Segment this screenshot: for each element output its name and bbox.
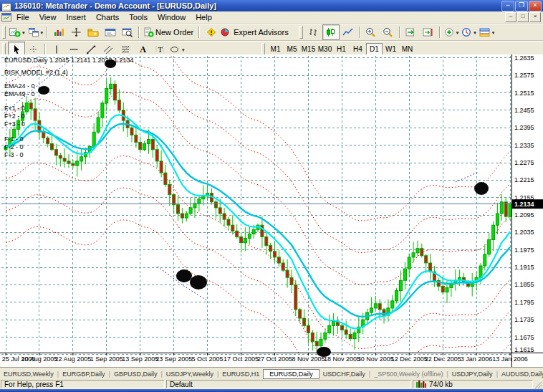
svg-text:17 Oct 2005: 17 Oct 2005	[224, 355, 259, 363]
svg-text:30 Nov 2005: 30 Nov 2005	[357, 355, 394, 363]
line-chart-button[interactable]	[340, 24, 357, 40]
navigator-button[interactable]	[85, 24, 102, 40]
svg-text:23 Sep 2005: 23 Sep 2005	[155, 355, 192, 363]
minimize-button[interactable]: –	[501, 1, 514, 11]
templates-button[interactable]: ▾	[478, 24, 496, 40]
menu-item-tools[interactable]: Tools	[124, 12, 153, 22]
taskbar-strip	[0, 389, 543, 392]
toolbar-separator	[44, 44, 46, 55]
svg-text:5 Oct 2005: 5 Oct 2005	[192, 355, 224, 363]
svg-text:18 Nov 2005: 18 Nov 2005	[324, 355, 360, 363]
metatrader-window: 136010: MetaTrader - Demo Account - [EUR…	[0, 0, 543, 392]
toolbar-separator	[198, 27, 200, 38]
svg-text:13 Jan 2006: 13 Jan 2006	[492, 355, 528, 363]
svg-text:13 Sep 2005: 13 Sep 2005	[122, 355, 158, 363]
menu-item-help[interactable]: Help	[191, 12, 217, 22]
svg-text:1.1735: 1.1735	[514, 316, 534, 323]
mdi-restore-button[interactable]: □	[517, 12, 529, 22]
mdi-minimize-button[interactable]: –	[505, 12, 516, 22]
chart-tab-eurusd[interactable]: EURUSD,Daily	[263, 369, 319, 379]
svg-text:10 Aug 2005: 10 Aug 2005	[21, 355, 58, 363]
chart-tab-usdjpy[interactable]: USDJPY,Weekly	[163, 370, 217, 378]
status-connection-panel: 74/0 kb	[413, 380, 533, 388]
menu-item-file[interactable]: File	[11, 12, 34, 22]
new-order-button[interactable]: New Order	[142, 24, 196, 40]
chart-tab-usdjpy[interactable]: USDJPY,Daily	[448, 370, 496, 378]
chart-tab-_sp500[interactable]: _SP500,Weekly (offline)	[370, 370, 446, 378]
svg-text:RISK MODEL #2 (1.4): RISK MODEL #2 (1.4)	[4, 69, 68, 76]
chart-tab-eurusd[interactable]: EURUSD,H1	[218, 370, 263, 378]
maximize-button[interactable]: ❐	[515, 1, 528, 11]
metaeditor-button[interactable]	[202, 24, 219, 40]
periods-button[interactable]: ▾	[460, 24, 478, 40]
svg-text:1.1675: 1.1675	[514, 334, 534, 341]
svg-text:EMA49 - 0: EMA49 - 0	[4, 90, 35, 97]
status-template-name: Default	[166, 380, 411, 388]
svg-text:F-3 - 0: F-3 - 0	[4, 151, 24, 158]
svg-text:1 Sep 2005: 1 Sep 2005	[90, 355, 123, 363]
chart-tab-usdchf[interactable]: USDCHF,Daily	[319, 370, 369, 378]
svg-text:1.2035: 1.2035	[514, 229, 534, 236]
svg-text:1.1615: 1.1615	[514, 346, 534, 353]
chart-shift-button[interactable]	[420, 24, 437, 40]
toolbar-separator	[439, 27, 441, 38]
svg-text:1.2515: 1.2515	[514, 90, 534, 97]
candlestick-chart-button[interactable]	[322, 24, 340, 40]
svg-text:1.2215: 1.2215	[514, 176, 534, 183]
terminal-button[interactable]	[102, 24, 119, 40]
menu-items: FileViewInsertChartsToolsWindowHelp	[11, 13, 217, 21]
svg-text:EMA24 - 0: EMA24 - 0	[4, 82, 35, 90]
menubar: FileViewInsertChartsToolsWindowHelp – □ …	[0, 11, 543, 24]
svg-text:27 Oct 2005: 27 Oct 2005	[257, 355, 292, 363]
data-window-button[interactable]	[67, 24, 85, 40]
chevron-down-icon: ▾	[182, 47, 185, 52]
svg-text:1.2275: 1.2275	[514, 159, 534, 166]
profiles-button[interactable]: ▾	[27, 24, 45, 40]
svg-text:1.2395: 1.2395	[514, 124, 534, 131]
svg-text:T: T	[158, 45, 163, 54]
toolbar-grip[interactable]	[2, 26, 6, 39]
svg-text:8 Nov 2005: 8 Nov 2005	[292, 355, 325, 363]
svg-text:1.1975: 1.1975	[514, 247, 534, 254]
mdi-close-button[interactable]: ×	[529, 12, 541, 22]
strategy-tester-button[interactable]	[119, 24, 136, 40]
zoom-in-button[interactable]	[362, 24, 380, 40]
auto-scroll-button[interactable]	[403, 24, 420, 40]
window-title: 136010: MetaTrader - Demo Account - [EUR…	[14, 1, 501, 10]
menu-item-window[interactable]: Window	[153, 12, 191, 22]
svg-text:F+3 - 0: F+3 - 0	[4, 120, 25, 128]
new-order-label: New Order	[155, 28, 195, 37]
svg-text:1.2455: 1.2455	[514, 107, 534, 114]
chart-tabs-bar: EURUSD,Weekly|EURGBP,Daily|GBPUSD,Daily|…	[0, 367, 543, 380]
statusbar: For Help, press F1 Default 74/0 kb	[0, 379, 543, 389]
indicators-button[interactable]: ▾	[443, 24, 461, 40]
svg-text:F+2 - 0: F+2 - 0	[4, 113, 25, 120]
new-chart-button[interactable]: ▾	[8, 24, 27, 40]
expert-advisors-label: Expert Advisors	[234, 28, 289, 37]
chevron-down-icon: ▾	[492, 30, 495, 35]
svg-text:1.1855: 1.1855	[514, 281, 534, 288]
close-button[interactable]: ×	[529, 1, 542, 11]
chart-tab-eurusd[interactable]: EURUSD,Weekly	[0, 370, 57, 378]
svg-text:1.2575: 1.2575	[514, 72, 534, 79]
toolbar-grip[interactable]	[299, 26, 303, 39]
bar-chart-button[interactable]	[305, 24, 322, 40]
menu-item-insert[interactable]: Insert	[61, 12, 91, 22]
svg-text:1.1915: 1.1915	[514, 264, 534, 271]
chart-tab-eurgbp[interactable]: EURGBP,Daily	[59, 370, 108, 378]
zoom-out-button[interactable]	[380, 24, 397, 40]
standard-toolbar: ▾ ▾ New Order	[0, 24, 543, 41]
chart-tab-gbpusd[interactable]: GBPUSD,Daily	[110, 370, 161, 378]
titlebar: 136010: MetaTrader - Demo Account - [EUR…	[0, 0, 543, 11]
chart-canvas[interactable]: 1.26351.25751.25151.24551.23951.23351.22…	[0, 54, 543, 367]
menu-item-view[interactable]: View	[34, 12, 62, 22]
svg-text:3 Jan 2006: 3 Jan 2006	[461, 355, 493, 363]
expert-advisors-button[interactable]: Expert Advisors	[219, 24, 291, 40]
resize-grip[interactable]	[534, 379, 543, 389]
svg-text:F-1 - 0: F-1 - 0	[4, 135, 24, 143]
chart-tab-audusd[interactable]: AUDUSD,Daily	[498, 370, 543, 378]
toolbar-separator	[359, 27, 360, 38]
market-watch-button[interactable]	[50, 24, 67, 40]
svg-text:12 Dec 2005: 12 Dec 2005	[391, 355, 428, 363]
menu-item-charts[interactable]: Charts	[91, 12, 124, 22]
